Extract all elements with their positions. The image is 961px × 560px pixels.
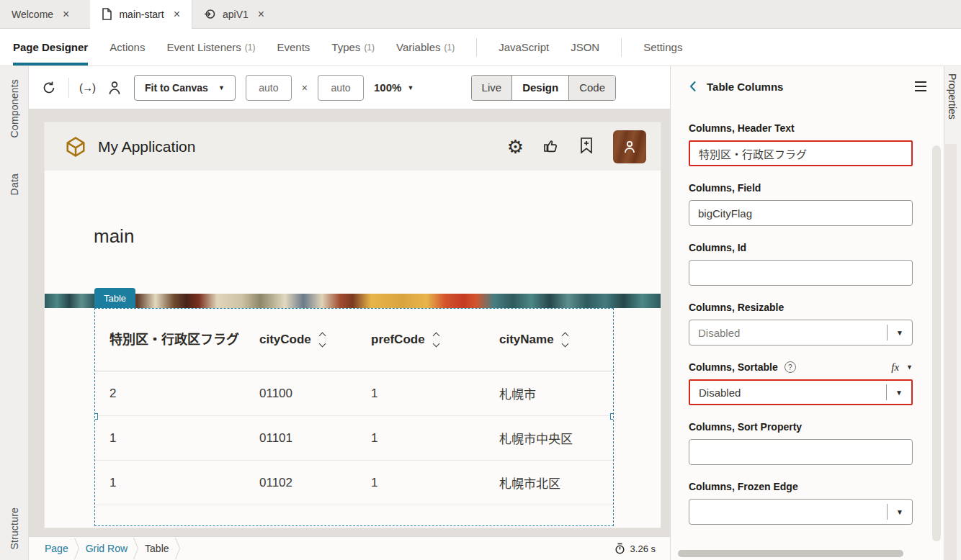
rail-scroll-track[interactable] — [945, 144, 957, 560]
table-row[interactable]: 1 01102 1 札幌市北区 — [95, 461, 613, 505]
sort-icon[interactable] — [434, 333, 439, 346]
field-label-frozen-edge: Columns, Frozen Edge — [689, 480, 913, 493]
sort-property-input-wrap — [689, 439, 913, 465]
live-mode-button[interactable]: Live — [472, 76, 512, 100]
zoom-select[interactable]: 100% ▼ — [374, 81, 414, 94]
rail-tab-data[interactable]: Data — [9, 173, 20, 195]
dimension-times-label: × — [302, 82, 308, 94]
thumbs-up-icon[interactable] — [542, 137, 560, 157]
tab-settings[interactable]: Settings — [643, 29, 682, 66]
chevron-down-icon: ▼ — [218, 84, 225, 91]
chevron-down-icon[interactable]: ▼ — [888, 508, 912, 516]
design-mode-button[interactable]: Design — [511, 76, 568, 100]
tab-main-start[interactable]: main-start × — [90, 0, 192, 29]
tab-apiv1[interactable]: apiV1 × — [192, 0, 276, 28]
field-label-header-text: Columns, Header Text — [689, 122, 913, 135]
data-table[interactable]: 特別区・行政区フラグ cityCode prefCode cityName — [94, 308, 614, 526]
mode-switcher: Live Design Code — [471, 75, 616, 101]
column-header[interactable]: cityName — [485, 333, 613, 347]
sort-property-input[interactable] — [689, 446, 912, 459]
app-header: My Application ⚙ — [45, 122, 661, 171]
tab-actions[interactable]: Actions — [109, 29, 145, 66]
tab-page-designer[interactable]: Page Designer — [13, 29, 88, 66]
sort-icon[interactable] — [563, 333, 568, 346]
avatar[interactable] — [613, 130, 646, 163]
panel-title: Table Columns — [707, 81, 783, 93]
help-icon[interactable]: ? — [785, 361, 796, 373]
tab-json[interactable]: JSON — [571, 29, 599, 66]
panel-menu-icon[interactable] — [915, 81, 926, 91]
fit-to-canvas-select[interactable]: Fit to Canvas ▼ — [134, 75, 236, 101]
field-label-sort-property: Columns, Sort Property — [689, 420, 913, 433]
page-heading: main — [94, 225, 661, 248]
close-icon[interactable]: × — [258, 8, 264, 21]
window-tab-strip: Welcome × main-start × apiV1 × — [0, 0, 961, 29]
sort-icon[interactable] — [320, 333, 325, 346]
header-text-input-wrap — [689, 140, 913, 166]
design-canvas[interactable]: My Application ⚙ — [29, 109, 670, 536]
breadcrumb-page[interactable]: Page — [45, 543, 68, 554]
tab-javascript[interactable]: JavaScript — [499, 29, 549, 66]
canvas-height-input[interactable] — [318, 75, 364, 101]
close-icon[interactable]: × — [174, 8, 180, 21]
canvas-width-input[interactable] — [246, 75, 292, 101]
tab-types[interactable]: Types(1) — [331, 29, 375, 66]
field-label-field: Columns, Field — [689, 181, 913, 194]
chevron-down-icon: ▼ — [407, 84, 414, 91]
tab-welcome[interactable]: Welcome × — [0, 0, 81, 28]
tab-welcome-label: Welcome — [12, 9, 53, 20]
render-timer: 3.26 s — [614, 543, 656, 554]
selection-handle[interactable] — [94, 413, 98, 420]
designer-toolbar: (→) Fit to Canvas ▼ × 100% ▼ Live Design — [29, 66, 670, 109]
fx-icon: fx — [891, 361, 899, 374]
expression-toggle[interactable]: fx ▼ — [891, 361, 913, 374]
id-input[interactable] — [689, 267, 912, 279]
structure-breadcrumb-bar: Page Grid Row Table 3.26 s — [29, 536, 670, 560]
breadcrumb-separator-icon — [132, 538, 140, 559]
tab-event-listeners[interactable]: Event Listeners(1) — [166, 29, 255, 66]
chevron-down-icon[interactable]: ▼ — [888, 329, 912, 337]
sortable-select[interactable]: Disabled ▼ — [689, 379, 913, 405]
chevron-down-icon[interactable]: ▼ — [887, 389, 911, 397]
field-label-id: Columns, Id — [689, 241, 913, 254]
code-mode-button[interactable]: Code — [568, 76, 615, 100]
chevron-down-icon: ▼ — [906, 363, 913, 371]
page-icon — [102, 8, 112, 20]
table-selection-badge[interactable]: Table — [94, 288, 135, 308]
tab-variables[interactable]: Variables(1) — [396, 29, 455, 66]
rail-tab-components[interactable]: Components — [9, 79, 20, 137]
stopwatch-icon — [614, 543, 625, 554]
vertical-scrollbar[interactable] — [932, 145, 941, 541]
resizable-select[interactable]: Disabled ▼ — [689, 320, 913, 346]
refresh-icon[interactable] — [40, 78, 58, 97]
frozen-edge-select[interactable]: ▼ — [689, 499, 913, 525]
table-header-row: 特別区・行政区フラグ cityCode prefCode cityName — [95, 309, 613, 371]
table-row[interactable]: 1 01101 1 札幌市中央区 — [95, 416, 613, 461]
breadcrumb-grid-row[interactable]: Grid Row — [86, 543, 128, 554]
close-icon[interactable]: × — [63, 8, 69, 21]
rail-tab-properties[interactable]: Properties — [947, 73, 958, 119]
breadcrumb-separator-icon — [73, 538, 81, 559]
table-row-partial[interactable] — [95, 505, 613, 526]
field-input[interactable] — [689, 207, 912, 220]
column-header[interactable]: 特別区・行政区フラグ — [95, 330, 245, 350]
table-row[interactable]: 2 01100 1 札幌市 — [95, 371, 613, 416]
column-header[interactable]: cityCode — [245, 333, 357, 347]
left-rail: Components Data Structure — [0, 66, 29, 560]
app-logo-icon — [65, 136, 86, 158]
header-text-input[interactable] — [690, 148, 911, 160]
app-title: My Application — [98, 138, 195, 155]
divider — [621, 38, 622, 57]
service-connection-icon — [204, 8, 216, 20]
back-chevron-icon[interactable] — [689, 81, 697, 92]
horizontal-scrollbar[interactable] — [678, 550, 903, 557]
column-header[interactable]: prefCode — [357, 333, 485, 347]
gear-icon[interactable]: ⚙ — [507, 137, 524, 156]
field-label-resizable: Columns, Resizable — [689, 301, 913, 314]
tab-events[interactable]: Events — [277, 29, 310, 66]
rail-tab-structure[interactable]: Structure — [9, 507, 20, 550]
page-flow-icon[interactable]: (→) — [79, 81, 95, 94]
selection-handle[interactable] — [610, 413, 614, 420]
user-mode-icon[interactable] — [105, 78, 124, 97]
bookmark-plus-icon[interactable] — [578, 137, 594, 157]
